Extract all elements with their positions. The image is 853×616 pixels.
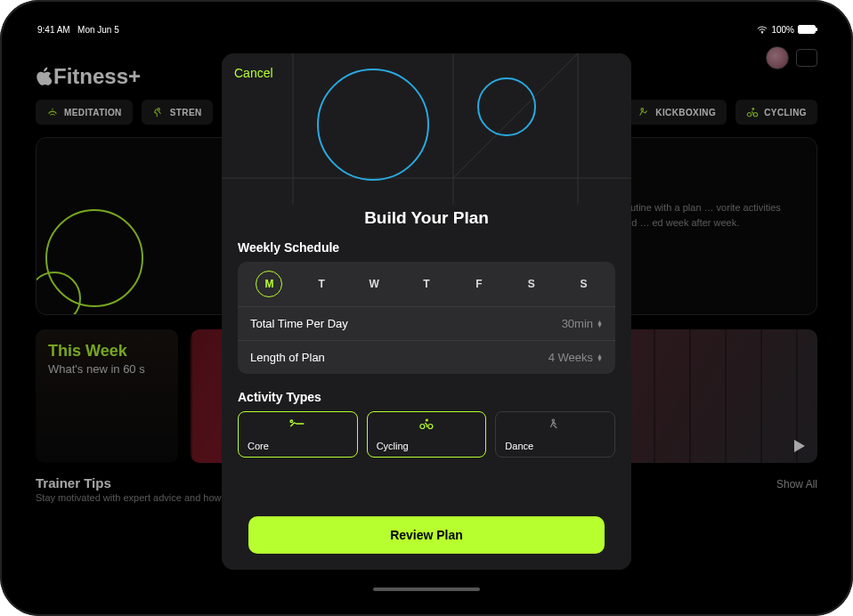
day-friday[interactable]: F	[466, 271, 492, 297]
battery-icon	[798, 25, 816, 34]
setting-total-time[interactable]: Total Time Per Day 30min ▲▼	[238, 307, 615, 340]
day-tuesday[interactable]: T	[308, 271, 335, 297]
setting-value: 30min ▲▼	[562, 317, 603, 330]
status-bar: 9:41 AM Mon Jun 5 100%	[20, 20, 833, 39]
activity-row: Core Cycling Dance	[238, 411, 615, 458]
svg-point-9	[420, 425, 425, 429]
build-plan-modal: Cancel Build Your Plan Weekly S	[222, 53, 631, 570]
setting-label: Total Time Per Day	[250, 317, 348, 330]
stepper-icon: ▲▼	[597, 320, 603, 328]
svg-point-7	[318, 69, 428, 180]
status-date: Mon Jun 5	[77, 25, 119, 35]
activity-core[interactable]: Core	[238, 411, 358, 458]
screen: 9:41 AM Mon Jun 5 100% Fitness+	[20, 20, 833, 596]
wifi-icon	[757, 26, 768, 34]
day-thursday[interactable]: T	[413, 271, 440, 297]
activity-label: Cycling	[377, 441, 477, 451]
cycling-activity-icon	[377, 417, 477, 430]
svg-point-10	[428, 425, 433, 429]
modal-header-art: Cancel	[222, 53, 631, 205]
modal-backdrop: Cancel Build Your Plan Weekly S	[20, 39, 833, 596]
day-wednesday[interactable]: W	[361, 271, 387, 297]
activity-label: Dance	[505, 441, 605, 451]
schedule-box: M T W T F S S Total Time Per Day 30min	[238, 262, 615, 374]
activity-dance[interactable]: Dance	[495, 411, 615, 458]
status-left: 9:41 AM Mon Jun 5	[37, 25, 119, 35]
status-time: 9:41 AM	[37, 25, 70, 35]
review-plan-button[interactable]: Review Plan	[248, 516, 605, 554]
setting-label: Length of Plan	[250, 351, 325, 364]
cancel-button[interactable]: Cancel	[234, 66, 273, 80]
home-indicator[interactable]	[373, 588, 480, 591]
activity-cycling[interactable]: Cycling	[367, 411, 487, 458]
setting-value: 4 Weeks ▲▼	[548, 351, 603, 364]
svg-point-8	[478, 78, 535, 135]
modal-title: Build Your Plan	[222, 208, 631, 228]
activity-label: Core	[248, 441, 348, 451]
setting-length-plan[interactable]: Length of Plan 4 Weeks ▲▼	[238, 340, 615, 374]
battery-percent: 100%	[771, 25, 794, 35]
svg-line-6	[453, 53, 578, 178]
ipad-device-frame: 9:41 AM Mon Jun 5 100% Fitness+	[0, 0, 853, 616]
core-icon	[248, 417, 348, 430]
header-artwork	[222, 53, 631, 205]
modal-body: Weekly Schedule M T W T F S S Total Ti	[222, 228, 631, 504]
dance-icon	[505, 417, 605, 430]
modal-footer: Review Plan	[222, 504, 631, 570]
weekly-schedule-label: Weekly Schedule	[238, 240, 615, 255]
day-sunday[interactable]: S	[570, 271, 597, 297]
stepper-icon: ▲▼	[597, 354, 603, 361]
day-monday[interactable]: M	[256, 271, 282, 297]
days-row: M T W T F S S	[238, 262, 615, 307]
modal-title-block: Build Your Plan	[222, 208, 631, 228]
day-saturday[interactable]: S	[518, 271, 545, 297]
status-right: 100%	[757, 25, 816, 35]
activity-types-label: Activity Types	[238, 390, 615, 404]
